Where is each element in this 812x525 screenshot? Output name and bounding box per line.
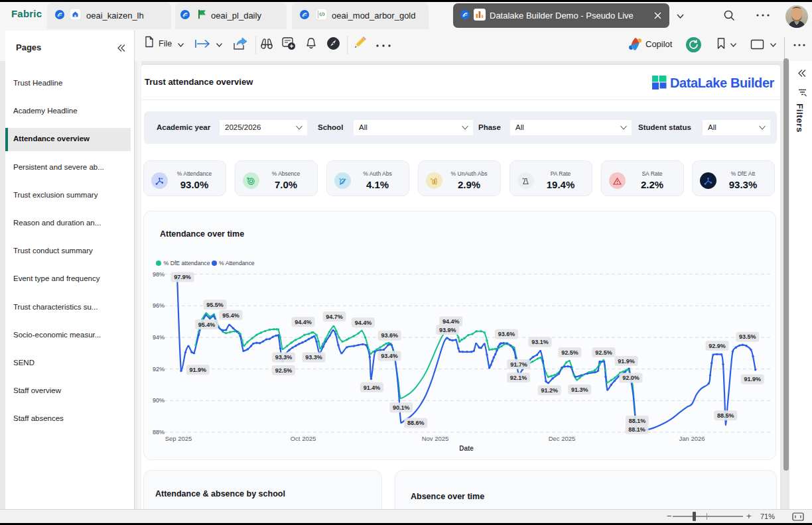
- svg-text:Nov 2025: Nov 2025: [422, 435, 449, 442]
- svg-text:93.3%: 93.3%: [275, 354, 293, 361]
- svg-text:93.1%: 93.1%: [531, 339, 549, 345]
- svg-text:97.9%: 97.9%: [174, 274, 191, 280]
- svg-text:90.1%: 90.1%: [393, 404, 410, 411]
- svg-text:94.4%: 94.4%: [442, 318, 460, 325]
- svg-text:91.2%: 91.2%: [541, 387, 558, 394]
- svg-text:98%: 98%: [153, 271, 165, 278]
- svg-text:88.6%: 88.6%: [407, 420, 425, 426]
- svg-text:91.7%: 91.7%: [510, 361, 527, 368]
- svg-text:92.5%: 92.5%: [275, 367, 293, 374]
- svg-text:90%: 90%: [153, 397, 165, 404]
- svg-text:93.3%: 93.3%: [305, 354, 322, 361]
- svg-text:92.5%: 92.5%: [595, 349, 612, 356]
- svg-text:88.5%: 88.5%: [717, 412, 734, 419]
- svg-text:95.4%: 95.4%: [222, 312, 239, 319]
- svg-text:94%: 94%: [153, 334, 165, 341]
- svg-text:91.9%: 91.9%: [744, 376, 761, 382]
- svg-text:92.0%: 92.0%: [622, 375, 640, 381]
- svg-text:92.5%: 92.5%: [561, 349, 578, 356]
- svg-text:93.4%: 93.4%: [381, 353, 398, 359]
- svg-text:88.1%: 88.1%: [629, 418, 646, 424]
- svg-text:92.9%: 92.9%: [709, 343, 726, 349]
- svg-text:88%: 88%: [153, 429, 165, 436]
- svg-text:95.4%: 95.4%: [198, 321, 216, 328]
- svg-text:91.3%: 91.3%: [571, 386, 588, 393]
- svg-text:93.6%: 93.6%: [498, 331, 515, 337]
- svg-text:93.5%: 93.5%: [739, 333, 756, 340]
- svg-text:94.7%: 94.7%: [326, 314, 343, 320]
- svg-text:93.9%: 93.9%: [439, 327, 456, 333]
- svg-text:92.1%: 92.1%: [510, 375, 527, 381]
- svg-text:93.6%: 93.6%: [381, 332, 398, 339]
- svg-text:91.4%: 91.4%: [364, 384, 381, 391]
- svg-text:92%: 92%: [153, 366, 165, 373]
- svg-text:95.5%: 95.5%: [206, 302, 224, 308]
- svg-text:94.4%: 94.4%: [295, 319, 312, 325]
- svg-text:96%: 96%: [153, 302, 165, 309]
- svg-text:Jan 2026: Jan 2026: [679, 435, 705, 442]
- svg-text:Sep 2025: Sep 2025: [165, 435, 192, 442]
- svg-text:88.1%: 88.1%: [628, 426, 645, 433]
- svg-text:Oct 2025: Oct 2025: [291, 435, 316, 442]
- svg-text:Date: Date: [459, 445, 474, 452]
- svg-text:91.9%: 91.9%: [618, 358, 635, 365]
- svg-text:94.4%: 94.4%: [355, 320, 372, 326]
- svg-text:Dec 2025: Dec 2025: [549, 435, 576, 442]
- svg-text:91.9%: 91.9%: [189, 367, 206, 373]
